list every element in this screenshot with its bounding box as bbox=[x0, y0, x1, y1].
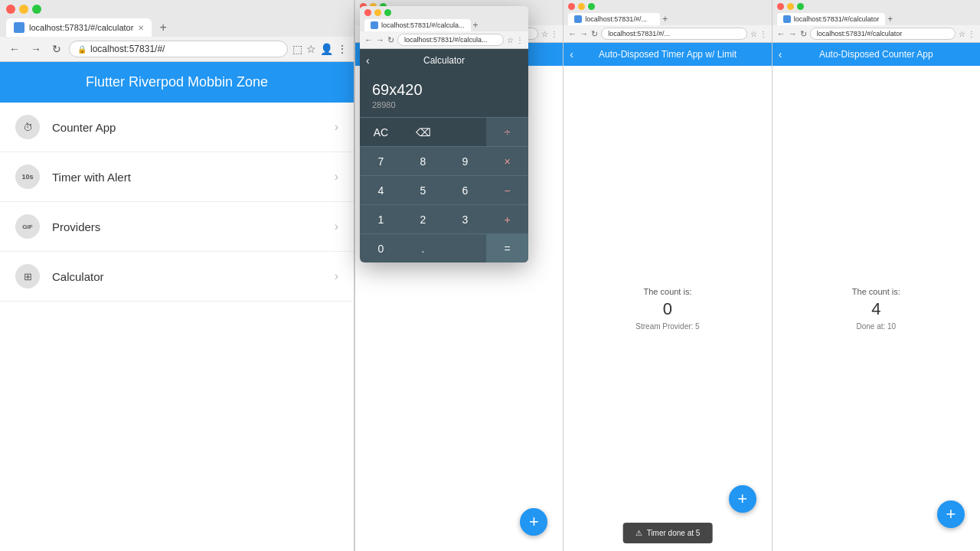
calc-tab[interactable]: localhost:57831/#/calcula... bbox=[364, 19, 471, 31]
co-fwd[interactable]: → bbox=[789, 29, 797, 38]
calc-empty2-key bbox=[444, 233, 486, 262]
t-close-tl[interactable] bbox=[568, 3, 575, 10]
c-close-tl[interactable] bbox=[777, 3, 784, 10]
reload-button[interactable]: ↻ bbox=[49, 41, 64, 57]
maximize-traffic-light[interactable] bbox=[32, 5, 41, 14]
counter-display: The count is: 4 Done at: 10 bbox=[782, 75, 971, 542]
co-toolbar-icons: ☆ ⋮ bbox=[959, 30, 975, 38]
sidebar-item-timer[interactable]: 10s Timer with Alert › bbox=[0, 152, 354, 202]
calc-2-key[interactable]: 2 bbox=[402, 204, 444, 233]
calc-toolbar-icons: ☆ ⋮ bbox=[507, 36, 524, 44]
calc-max-tl[interactable] bbox=[384, 9, 391, 16]
tab-close-button[interactable]: ✕ bbox=[138, 24, 144, 32]
calc-min-tl[interactable] bbox=[374, 9, 381, 16]
calc-7-key[interactable]: 7 bbox=[360, 146, 402, 175]
tab-label: localhost:57831/#/calculator bbox=[29, 23, 133, 32]
counter-tab-label: localhost:57831/#/calculator bbox=[794, 15, 880, 23]
timer-tab[interactable]: localhost:57831/#/... bbox=[568, 13, 660, 25]
counter-done-label: Done at: 10 bbox=[856, 322, 896, 331]
calc-fwd-nav[interactable]: → bbox=[376, 35, 384, 44]
calc-1-key[interactable]: 1 bbox=[360, 204, 402, 233]
p-star-icon: ☆ bbox=[541, 30, 548, 38]
timer-address[interactable]: localhost:57831/#/... bbox=[601, 28, 746, 40]
menu-button[interactable]: ⋮ bbox=[337, 43, 348, 55]
calc-5-key[interactable]: 5 bbox=[402, 175, 444, 204]
timer-chrome: localhost:57831/#/... + bbox=[564, 0, 771, 25]
right-panels: localhost:57831/#/provid... + ← → ↻ loca… bbox=[354, 0, 980, 551]
counter-back-button[interactable]: ‹ bbox=[779, 48, 782, 60]
nav-list: ⏱ Counter App › 10s Timer with Alert › G… bbox=[0, 103, 354, 551]
forward-button[interactable]: → bbox=[28, 41, 44, 57]
counter-label: Counter App bbox=[52, 121, 322, 134]
sidebar-item-providers[interactable]: GIF Providers › bbox=[0, 202, 354, 252]
new-tab-button[interactable]: + bbox=[155, 19, 171, 36]
counter-inner-header: ‹ Auto-Disposed Counter App bbox=[773, 43, 980, 66]
p-menu-icon: ⋮ bbox=[550, 30, 558, 38]
sidebar-item-calculator[interactable]: ⊞ Calculator › bbox=[0, 252, 354, 302]
timer-tab-label: localhost:57831/#/... bbox=[585, 15, 647, 23]
t-min-tl[interactable] bbox=[578, 3, 585, 10]
calc-subtract-key[interactable]: − bbox=[486, 175, 528, 204]
calc-new-tab[interactable]: + bbox=[473, 20, 479, 31]
calc-8-key[interactable]: 8 bbox=[402, 146, 444, 175]
calc-0-key[interactable]: 0 bbox=[360, 233, 402, 262]
calc-ac-key[interactable]: AC bbox=[360, 117, 402, 146]
close-traffic-light[interactable] bbox=[6, 5, 15, 14]
timer-back-button[interactable]: ‹ bbox=[570, 48, 573, 60]
calc-divide-key[interactable]: ÷ bbox=[486, 117, 528, 146]
calc-reload-nav[interactable]: ↻ bbox=[387, 35, 394, 45]
calc-favicon bbox=[371, 21, 378, 29]
t-fwd[interactable]: → bbox=[580, 29, 588, 38]
calc-backspace-key[interactable]: ⌫ bbox=[402, 117, 444, 146]
counter-new-tab[interactable]: + bbox=[887, 14, 893, 24]
counter-icon: ⏱ bbox=[15, 115, 40, 139]
calc-close-tl[interactable] bbox=[364, 9, 371, 16]
address-bar[interactable]: 🔒 localhost:57831/#/ bbox=[69, 41, 288, 57]
active-tab[interactable]: localhost:57831/#/calculator ✕ bbox=[6, 18, 152, 37]
lock-icon: 🔒 bbox=[77, 45, 87, 54]
back-button[interactable]: ← bbox=[6, 41, 23, 57]
calc-9-key[interactable]: 9 bbox=[444, 146, 486, 175]
c-min-tl[interactable] bbox=[787, 3, 794, 10]
counter-arrow-icon: › bbox=[335, 120, 338, 134]
providers-arrow-icon: › bbox=[335, 220, 338, 233]
co-reload[interactable]: ↻ bbox=[800, 29, 807, 39]
calc-add-key[interactable]: + bbox=[486, 204, 528, 233]
counter-tab[interactable]: localhost:57831/#/calculator bbox=[777, 13, 886, 25]
cast-button[interactable]: ⬚ bbox=[292, 43, 302, 55]
profile-button[interactable]: 👤 bbox=[320, 43, 333, 55]
t-back[interactable]: ← bbox=[568, 29, 577, 38]
bookmark-button[interactable]: ☆ bbox=[306, 43, 316, 55]
timer-fab[interactable]: + bbox=[729, 485, 756, 513]
calc-menu-icon: ⋮ bbox=[516, 36, 524, 44]
t-max-tl[interactable] bbox=[588, 3, 595, 10]
counter-count-value: 4 bbox=[871, 299, 880, 319]
calc-multiply-key[interactable]: × bbox=[486, 146, 528, 175]
timer-stream-label: Stream Provider: 5 bbox=[635, 322, 699, 331]
timer-toast: ⚠ Timer done at 5 bbox=[623, 523, 713, 543]
providers-fab[interactable]: + bbox=[520, 508, 547, 536]
calc-address[interactable]: localhost:57831/#/calcula... bbox=[397, 34, 504, 46]
timer-new-tab[interactable]: + bbox=[662, 14, 668, 24]
calc-back-nav[interactable]: ← bbox=[364, 35, 373, 44]
minimize-traffic-light[interactable] bbox=[19, 5, 28, 14]
t-reload[interactable]: ↻ bbox=[591, 29, 598, 39]
calc-6-key[interactable]: 6 bbox=[444, 175, 486, 204]
calc-3-key[interactable]: 3 bbox=[444, 204, 486, 233]
counter-title: Auto-Disposed Counter App bbox=[779, 49, 974, 60]
calc-row-5: 0 . = bbox=[360, 233, 528, 262]
calc-back-button[interactable]: ‹ bbox=[366, 54, 370, 67]
t-star-icon: ☆ bbox=[750, 30, 757, 38]
timer-icon: 10s bbox=[15, 165, 40, 189]
calc-4-key[interactable]: 4 bbox=[360, 175, 402, 204]
t-toolbar-icons: ☆ ⋮ bbox=[750, 30, 767, 38]
sidebar-item-counter[interactable]: ⏱ Counter App › bbox=[0, 103, 354, 152]
counter-address[interactable]: localhost:57831/#/calculator bbox=[810, 28, 956, 40]
calc-equals-key[interactable]: = bbox=[486, 233, 528, 262]
co-back[interactable]: ← bbox=[777, 29, 786, 38]
calc-dot-key[interactable]: . bbox=[402, 233, 444, 262]
c-max-tl[interactable] bbox=[797, 3, 804, 10]
calculator-arrow-icon: › bbox=[335, 269, 338, 283]
tab-bar: localhost:57831/#/calculator ✕ + bbox=[6, 18, 348, 37]
counter-fab[interactable]: + bbox=[937, 500, 965, 528]
